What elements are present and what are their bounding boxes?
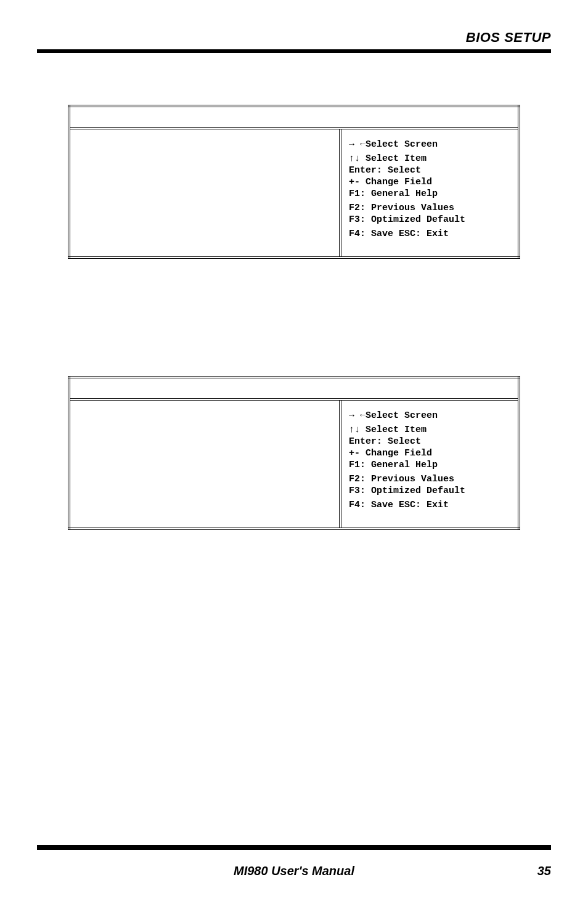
help-f4: F4: Save ESC: Exit	[349, 500, 510, 510]
table-body-row: → ←Select Screen ↑↓ Select Item Enter: S…	[69, 399, 519, 529]
help-f3: F3: Optimized Default	[349, 214, 510, 225]
header-title: BIOS SETUP	[466, 30, 551, 46]
help-f1: F1: General Help	[349, 460, 510, 470]
help-f4: F4: Save ESC: Exit	[349, 229, 510, 239]
bios-table-1: → ←Select Screen ↑↓ Select Item Enter: S…	[68, 105, 520, 259]
table-help-cell: → ←Select Screen ↑↓ Select Item Enter: S…	[340, 399, 519, 529]
help-f2: F2: Previous Values	[349, 203, 510, 213]
help-enter: Enter: Select	[349, 436, 510, 447]
table-help-cell: → ←Select Screen ↑↓ Select Item Enter: S…	[340, 128, 519, 258]
footer-manual-title: MI980 User's Manual	[0, 864, 588, 878]
footer-page-number: 35	[537, 864, 551, 878]
help-select-screen: → ←Select Screen	[349, 139, 510, 150]
help-select-item: ↑↓ Select Item	[349, 153, 510, 164]
help-select-screen: → ←Select Screen	[349, 410, 510, 421]
table-header-cell	[69, 377, 519, 399]
help-change-field: +- Change Field	[349, 177, 510, 187]
table-header-row	[69, 106, 519, 128]
help-f3: F3: Optimized Default	[349, 486, 510, 496]
table-left-cell	[69, 128, 340, 258]
header-rule	[37, 49, 551, 53]
table-header-cell	[69, 106, 519, 128]
table-left-cell	[69, 399, 340, 529]
table-header-row	[69, 377, 519, 399]
bios-table-2: → ←Select Screen ↑↓ Select Item Enter: S…	[68, 376, 520, 530]
table-body-row: → ←Select Screen ↑↓ Select Item Enter: S…	[69, 128, 519, 258]
help-f1: F1: General Help	[349, 189, 510, 199]
help-change-field: +- Change Field	[349, 448, 510, 459]
help-f2: F2: Previous Values	[349, 474, 510, 484]
footer-rule	[37, 845, 551, 850]
help-enter: Enter: Select	[349, 165, 510, 176]
help-select-item: ↑↓ Select Item	[349, 425, 510, 435]
